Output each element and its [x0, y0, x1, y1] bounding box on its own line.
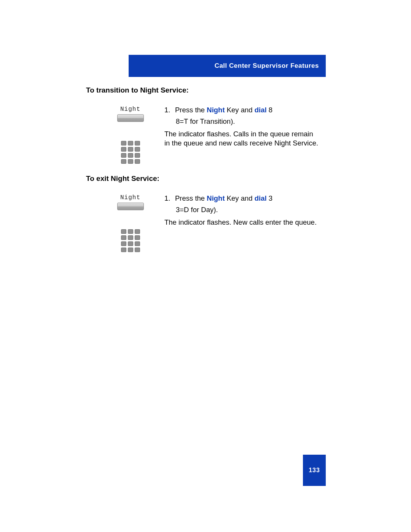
dial-keyword-2: dial — [255, 194, 267, 202]
keypad-icon-2 — [114, 229, 147, 252]
key-label-1: Night — [114, 106, 147, 113]
page-number: 133 — [309, 467, 320, 474]
step-number: 1. — [164, 105, 175, 115]
keypad-icon-1 — [114, 141, 147, 164]
section-heading-transition: To transition to Night Service: — [86, 86, 189, 94]
step-text-press-2: Press the — [175, 194, 207, 202]
step-text-press: Press the — [175, 106, 207, 114]
night-keyword: Night — [207, 106, 225, 114]
step-description-1: The indicator flashes. Calls in the queu… — [164, 129, 319, 147]
night-key-button-icon — [117, 114, 144, 122]
night-key-illustration-2: Night — [114, 194, 147, 210]
step-line-2: 1.Press the Night Key and dial 3 — [164, 194, 319, 203]
night-keyword-2: Night — [207, 194, 225, 202]
step-text-after: 8 — [267, 106, 272, 114]
key-label-2: Night — [114, 194, 147, 201]
keypad-grid — [121, 141, 140, 164]
dial-keyword: dial — [255, 106, 267, 114]
header-banner: Call Center Supervisor Features — [129, 55, 326, 77]
step-number-2: 1. — [164, 194, 175, 203]
step-text-keyand-2: Key and — [225, 194, 255, 202]
step-text-after-2: 3 — [267, 194, 272, 202]
step-line-1: 1.Press the Night Key and dial 8 — [164, 105, 319, 115]
night-key-illustration-1: Night — [114, 106, 147, 122]
step-block-1: 1.Press the Night Key and dial 8 8=T for… — [164, 105, 319, 148]
step-subline-2: 3=D for Day). — [176, 205, 319, 214]
step-text-keyand: Key and — [225, 106, 255, 114]
step-block-2: 1.Press the Night Key and dial 3 3=D for… — [164, 194, 319, 227]
header-title: Call Center Supervisor Features — [215, 62, 319, 70]
section-heading-exit: To exit Night Service: — [86, 174, 159, 183]
keypad-grid-2 — [121, 229, 140, 252]
step-subline-1: 8=T for Transition). — [176, 117, 319, 126]
document-page: Call Center Supervisor Features To trans… — [0, 0, 411, 532]
step-description-2: The indicator flashes. New calls enter t… — [164, 218, 319, 227]
night-key-button-icon-2 — [117, 203, 144, 210]
page-number-box: 133 — [303, 455, 326, 486]
